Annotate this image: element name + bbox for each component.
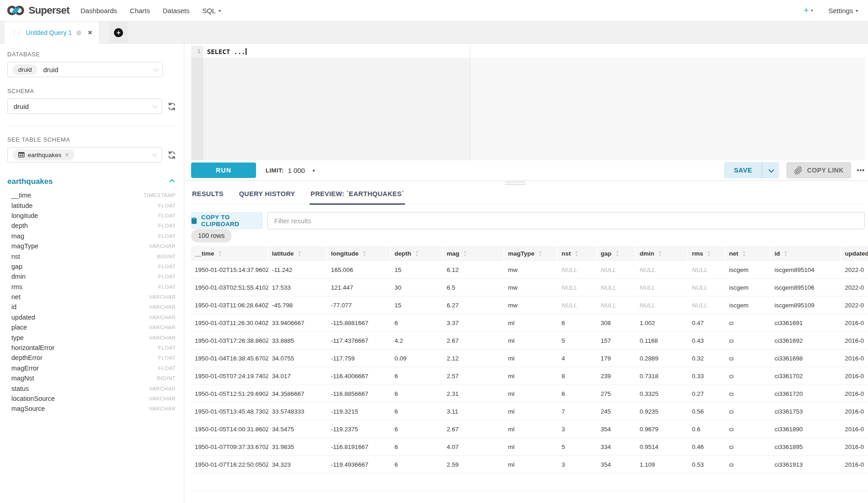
column-header-mag[interactable]: mag▲▼ <box>443 246 504 261</box>
save-options-button[interactable] <box>762 162 779 178</box>
schema-column-name: depth <box>11 222 28 229</box>
database-select[interactable]: druid druid <box>7 62 163 77</box>
table-cell: 1950-01-03T02:51:55.410Z <box>191 284 268 291</box>
column-header-depth[interactable]: depth▲▼ <box>391 246 443 261</box>
schema-column-name: magError <box>11 365 39 372</box>
column-header-net[interactable]: net▲▼ <box>725 246 771 261</box>
sort-icon[interactable]: ▲▼ <box>363 250 366 256</box>
settings-menu[interactable]: Settings ▾ <box>829 7 858 15</box>
schema-column-row: depthFLOAT <box>7 221 177 231</box>
schema-column-row: magSourceVARCHAR <box>7 404 177 414</box>
column-header-label: magType <box>508 250 534 257</box>
pane-divider <box>185 180 868 181</box>
remove-table-icon[interactable]: × <box>65 151 69 158</box>
schema-column-name: magSource <box>11 405 45 412</box>
tab-close-icon[interactable]: ✕ <box>88 30 92 36</box>
table-cell: ci <box>725 408 771 415</box>
table-cell: 0.47 <box>688 320 725 326</box>
collapse-table-icon[interactable] <box>169 179 174 184</box>
tab-results[interactable]: RESULTS <box>191 184 224 204</box>
table-cell: iscgem <box>725 266 771 273</box>
sort-icon[interactable]: ▲▼ <box>707 250 710 256</box>
column-header-latitude[interactable]: latitude▲▼ <box>268 246 327 261</box>
table-cell: NULL <box>597 302 636 309</box>
table-cell: -119.2375 <box>327 426 391 433</box>
schema-column-name: status <box>11 385 29 392</box>
table-cell: 0.2889 <box>636 355 688 362</box>
copy-to-clipboard-button[interactable]: COPY TO CLIPBOARD <box>191 212 263 229</box>
column-header-gap[interactable]: gap▲▼ <box>597 246 636 261</box>
run-button[interactable]: RUN <box>191 163 256 178</box>
schema-select[interactable]: druid <box>7 99 162 114</box>
table-cell: 121.447 <box>327 284 391 291</box>
table-schema-header: earthquakes <box>7 177 177 186</box>
schema-column-type: FLOAT <box>158 284 176 290</box>
table-cell: 3 <box>558 426 597 433</box>
table-row: 1950-01-02T15:14:37.960Z-11.242165.00615… <box>191 261 868 279</box>
schema-column-row: statusVARCHAR <box>7 383 177 393</box>
top-nav: Superset Dashboards Charts Datasets SQL … <box>0 0 868 21</box>
sort-icon[interactable]: ▲▼ <box>742 250 745 256</box>
column-header-longitude[interactable]: longitude▲▼ <box>327 246 391 261</box>
sql-editor[interactable]: 1 SELECT ... <box>191 46 865 160</box>
schema-column-row: magFLOAT <box>7 231 177 241</box>
table-cell: mw <box>504 302 558 309</box>
table-cell: NULL <box>636 266 688 273</box>
sort-icon[interactable]: ▲▼ <box>538 250 542 256</box>
caret-down-icon: ▾ <box>218 8 221 13</box>
sort-icon[interactable]: ▲▼ <box>464 250 467 256</box>
superset-logo[interactable]: Superset <box>6 4 69 17</box>
nav-item-charts[interactable]: Charts <box>123 7 156 15</box>
caret-down-icon: ▾ <box>313 168 315 173</box>
sort-icon[interactable]: ▲▼ <box>415 250 419 256</box>
new-tab-button[interactable]: + <box>109 22 128 44</box>
refresh-tables-button[interactable] <box>167 150 177 160</box>
column-header-nst[interactable]: nst▲▼ <box>558 246 597 261</box>
table-cell: 2.31 <box>443 390 504 397</box>
more-actions-button[interactable]: ••• <box>857 167 865 174</box>
limit-value: 1 000 <box>288 167 305 174</box>
new-item-menu[interactable]: + ▾ <box>804 5 813 15</box>
table-row: 1950-01-05T07:24:19.740Z34.017-116.40066… <box>191 367 868 385</box>
schema-column-name: locationSource <box>11 395 55 402</box>
table-row: 1950-01-07T09:37:33.670Z31.9835-116.8191… <box>191 438 868 456</box>
table-cell: 6 <box>558 390 597 397</box>
table-cell: 1950-01-02T15:14:37.960Z <box>191 266 268 273</box>
tab-preview-earthquakes[interactable]: PREVIEW: `EARTHQUAKES` <box>310 184 405 204</box>
filter-results-input[interactable] <box>267 212 865 229</box>
sort-icon[interactable]: ▲▼ <box>658 250 661 256</box>
column-header-magType[interactable]: magType▲▼ <box>504 246 558 261</box>
nav-item-datasets[interactable]: Datasets <box>156 7 196 15</box>
sort-icon[interactable]: ▲▼ <box>298 250 301 256</box>
plus-icon: + <box>804 5 809 15</box>
table-cell: 2016-0 <box>841 373 868 380</box>
table-cell: ci <box>725 461 771 468</box>
nav-item-sql[interactable]: SQL ▾ <box>196 7 227 15</box>
table-cell: 3 <box>558 461 597 468</box>
table-select[interactable]: earthquakes × <box>7 147 162 163</box>
sort-icon[interactable]: ▲▼ <box>218 250 222 256</box>
table-cell: 3.37 <box>443 320 504 326</box>
schema-column-name: gap <box>11 263 22 270</box>
schema-column-row: gapFLOAT <box>7 261 177 271</box>
column-header-rms[interactable]: rms▲▼ <box>688 246 725 261</box>
tab-query-history[interactable]: QUERY HISTORY <box>238 184 296 204</box>
sort-icon[interactable]: ▲▼ <box>575 250 578 256</box>
column-header-updated[interactable]: updated▲▼ <box>841 246 868 261</box>
refresh-schemas-button[interactable] <box>167 102 177 111</box>
column-header-time[interactable]: __time▲▼ <box>191 246 268 261</box>
column-header-id[interactable]: id▲▼ <box>771 246 841 261</box>
nav-item-dashboards[interactable]: Dashboards <box>74 7 123 15</box>
column-header-dmin[interactable]: dmin▲▼ <box>636 246 688 261</box>
limit-label: LIMIT: <box>266 167 284 174</box>
sort-icon[interactable]: ▲▼ <box>616 250 619 256</box>
copy-link-button[interactable]: COPY LINK <box>786 162 851 178</box>
tab-untitled-query-1[interactable]: ⋮⋮ Untitled Query 1 ✕ <box>5 22 99 44</box>
table-pill-label: earthquakes <box>28 152 61 158</box>
save-button[interactable]: SAVE <box>724 162 761 178</box>
sort-icon[interactable]: ▲▼ <box>784 250 787 256</box>
table-cell: 2016-0 <box>841 444 868 450</box>
tab-drag-handle-icon[interactable]: ⋮⋮ <box>11 30 21 36</box>
schema-column-row: latitudeFLOAT <box>7 200 177 210</box>
limit-control[interactable]: LIMIT: 1 000 ▾ <box>266 167 315 174</box>
